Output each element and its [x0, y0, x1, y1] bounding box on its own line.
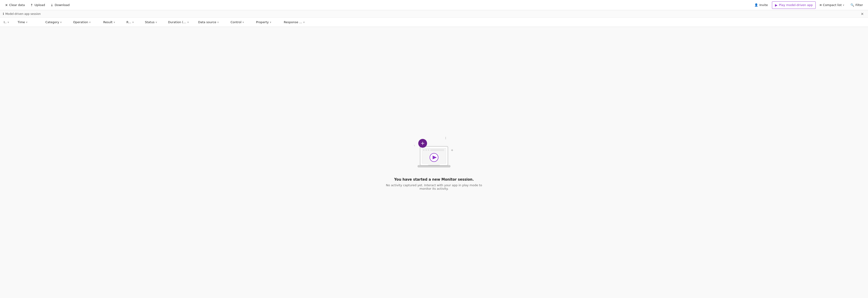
- play-model-driven-button[interactable]: ▶ Play model-driven app: [772, 1, 816, 9]
- compact-list-button[interactable]: ≡ Compact list ∨: [817, 1, 846, 9]
- chevron-down-icon: ∨: [187, 21, 189, 23]
- chevron-down-icon: ∨: [217, 21, 219, 23]
- column-header-control[interactable]: Control ∨: [229, 20, 254, 24]
- chevron-down-icon: ∨: [842, 4, 844, 6]
- list-icon: ≡: [819, 3, 822, 7]
- empty-state-subtitle: No activity captured yet. Interact with …: [383, 184, 485, 190]
- col-response-label: Response …: [284, 20, 302, 24]
- col-category-label: Category: [45, 20, 59, 24]
- column-header-result[interactable]: Result ∨: [101, 20, 125, 24]
- toolbar: ✕ Clear data ↑ Upload ↓ Download 👤 Invit…: [0, 0, 868, 10]
- chevron-down-icon: ∨: [242, 21, 244, 23]
- column-header-id[interactable]: I.. ∨: [2, 20, 16, 24]
- clear-data-label: Clear data: [9, 3, 25, 7]
- upload-button[interactable]: ↑ Upload: [28, 1, 47, 9]
- clear-icon: ✕: [5, 3, 8, 7]
- empty-state-title: You have started a new Monitor session.: [394, 178, 474, 182]
- info-icon: ℹ: [3, 12, 4, 16]
- column-header-status[interactable]: Status ∨: [143, 20, 166, 24]
- col-datasource-label: Data source: [198, 20, 216, 24]
- column-header-r[interactable]: R... ∨: [125, 20, 143, 24]
- session-close-button[interactable]: ×: [860, 11, 865, 17]
- compact-list-label: Compact list: [823, 3, 842, 7]
- person-icon: 👤: [754, 3, 758, 7]
- session-label: Model-driven app session: [5, 12, 41, 16]
- svg-point-2: [423, 150, 425, 151]
- chevron-down-icon: ∨: [270, 21, 271, 23]
- clear-data-button[interactable]: ✕ Clear data: [3, 1, 27, 9]
- col-property-label: Property: [256, 20, 269, 24]
- column-header-operation[interactable]: Operation ∨: [71, 20, 101, 24]
- play-model-driven-label: Play model-driven app: [779, 3, 813, 7]
- chevron-down-icon: ∨: [303, 21, 305, 23]
- chevron-down-icon: ∨: [7, 21, 9, 23]
- play-icon: ▶: [775, 3, 777, 7]
- chevron-down-icon: ∨: [155, 21, 157, 23]
- plus-circle-icon: +: [418, 139, 427, 148]
- chevron-down-icon: ∨: [132, 21, 134, 23]
- sparkle-decoration-2: /: [413, 144, 415, 146]
- svg-point-3: [426, 150, 427, 151]
- col-status-label: Status: [145, 20, 154, 24]
- close-icon: ×: [861, 11, 864, 16]
- invite-button[interactable]: 👤 Invite: [752, 1, 770, 9]
- chevron-down-icon: ∨: [60, 21, 62, 23]
- filter-label: Filter: [856, 3, 863, 7]
- toolbar-right: 👤 Invite ▶ Play model-driven app ≡ Compa…: [752, 1, 865, 9]
- column-header-property[interactable]: Property ∨: [254, 20, 282, 24]
- download-label: Download: [55, 3, 70, 7]
- column-header-category[interactable]: Category ∨: [43, 20, 71, 24]
- svg-rect-5: [430, 149, 444, 151]
- session-bar: ℹ Model-driven app session ×: [0, 10, 868, 18]
- session-info: ℹ Model-driven app session: [3, 12, 41, 16]
- column-header-response[interactable]: Response … ∨: [282, 20, 317, 24]
- svg-point-4: [428, 150, 429, 151]
- col-result-label: Result: [103, 20, 113, 24]
- invite-label: Invite: [760, 3, 768, 7]
- col-control-label: Control: [230, 20, 241, 24]
- search-icon: 🔍: [850, 3, 854, 7]
- filter-button[interactable]: 🔍 Filter: [848, 1, 865, 9]
- toolbar-left: ✕ Clear data ↑ Upload ↓ Download: [3, 1, 751, 9]
- laptop-svg: [415, 144, 453, 172]
- col-id-label: I..: [4, 20, 6, 24]
- empty-state: | / + + You have started a new Moni: [0, 27, 868, 298]
- download-button[interactable]: ↓ Download: [48, 1, 72, 9]
- col-operation-label: Operation: [73, 20, 88, 24]
- column-header-time[interactable]: Time ∨: [16, 20, 43, 24]
- col-duration-label: Duration (…: [168, 20, 186, 24]
- upload-icon: ↑: [30, 3, 33, 7]
- chevron-down-icon: ∨: [114, 21, 115, 23]
- col-r-label: R...: [126, 20, 131, 24]
- sparkle-decoration: |: [445, 137, 446, 139]
- chevron-down-icon: ∨: [26, 21, 28, 23]
- column-header-duration[interactable]: Duration (… ∨: [166, 20, 196, 24]
- column-headers: I.. ∨ Time ∨ Category ∨ Operation ∨ Resu…: [0, 18, 868, 27]
- upload-label: Upload: [34, 3, 45, 7]
- monitor-illustration: | / + +: [411, 135, 457, 172]
- col-time-label: Time: [18, 20, 25, 24]
- download-icon: ↓: [51, 3, 53, 7]
- column-header-datasource[interactable]: Data source ∨: [196, 20, 229, 24]
- chevron-down-icon: ∨: [89, 21, 91, 23]
- svg-rect-9: [428, 165, 440, 166]
